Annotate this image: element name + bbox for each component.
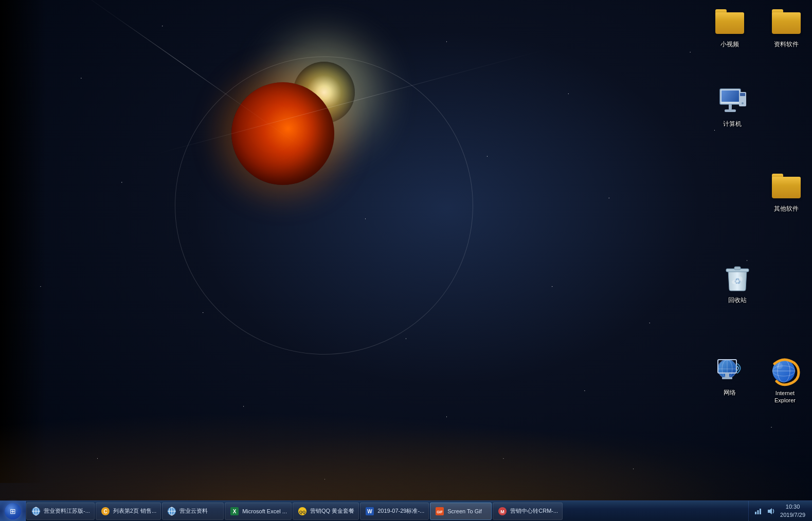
othersoftware-label: 其他软件 <box>772 204 800 214</box>
taskbar: ⊞ 营业资料江苏版-... <box>0 500 812 521</box>
desktop-icon-ie[interactable]: Internet Explorer <box>763 353 807 405</box>
svg-rect-19 <box>722 377 732 379</box>
taskbar-item-qq-label: 营销QQ 黄金套餐 <box>310 507 354 515</box>
system-clock[interactable]: 10:30 2019/7/29 <box>778 503 808 519</box>
svg-point-24 <box>777 363 783 369</box>
network-icon <box>713 353 746 386</box>
desktop-icon-recycle[interactable]: ♻ 回收站 <box>717 261 758 305</box>
flare-line-2 <box>154 48 552 155</box>
windows-logo-icon: ⊞ <box>10 507 16 515</box>
svg-rect-4 <box>725 109 736 112</box>
svg-rect-6 <box>740 93 745 96</box>
xiaovideo-label: 小视频 <box>719 40 741 49</box>
taskbar-item-qq[interactable]: QQ 营销QQ 黄金套餐 <box>293 503 359 520</box>
taskbar-item-excel-icon: C <box>100 506 111 516</box>
svg-rect-47 <box>760 509 761 514</box>
recycle-icon: ♻ <box>721 261 754 294</box>
taskbar-item-yingxiao-label: 营销中心转CRM-... <box>510 507 558 515</box>
recycle-label: 回收站 <box>727 296 748 305</box>
taskbar-item-yingxiao-icon: M <box>497 506 508 516</box>
svg-text:X: X <box>233 509 237 514</box>
desktop-icon-computer[interactable]: 计算机 <box>712 85 753 129</box>
othersoftware-icon <box>770 170 803 202</box>
desktop-icon-xiaovideo[interactable]: 小视频 <box>709 5 750 49</box>
taskbar-item-yiye[interactable]: 营业资料江苏版-... <box>26 503 95 520</box>
svg-point-12 <box>738 276 743 282</box>
svg-text:W: W <box>367 509 372 514</box>
taskbar-item-qq-icon: QQ <box>297 506 308 516</box>
taskbar-item-excel[interactable]: C 列表第2页 销售... <box>96 503 161 520</box>
svg-rect-2 <box>721 90 739 102</box>
clock-time: 10:30 <box>780 503 805 511</box>
taskbar-item-screentogif[interactable]: GIF Screen To Gif <box>430 503 492 520</box>
bottom-clouds <box>0 398 812 500</box>
ie-icon <box>767 353 803 387</box>
tray-volume-icon[interactable] <box>765 506 775 516</box>
svg-rect-3 <box>729 104 732 109</box>
ie-label: Internet Explorer <box>763 389 807 405</box>
taskbar-item-word[interactable]: W 2019-07-29标准-... <box>360 503 429 520</box>
taskbar-item-yiye-label: 营业资料江苏版-... <box>44 507 90 515</box>
svg-rect-18 <box>725 373 729 377</box>
start-orb: ⊞ <box>5 503 21 519</box>
taskbar-item-yunziliao-label: 营业云资料 <box>179 507 208 515</box>
taskbar-item-yunziliao-icon <box>167 506 177 516</box>
desktop-icon-network[interactable]: 网络 <box>709 353 750 398</box>
resources-icon <box>770 5 803 38</box>
taskbar-item-yiye-icon <box>31 506 41 516</box>
taskbar-items: 营业资料江苏版-... C 列表第2页 销售... <box>26 501 748 521</box>
xiaovideo-icon <box>713 5 746 38</box>
taskbar-item-msexcel-label: Microsoft Excel ... <box>242 508 287 514</box>
taskbar-item-screentogif-icon: GIF <box>435 506 445 516</box>
taskbar-item-yingxiao[interactable]: M 营销中心转CRM-... <box>493 503 563 520</box>
computer-label: 计算机 <box>721 120 743 129</box>
taskbar-item-word-icon: W <box>365 506 375 516</box>
taskbar-item-excel-label: 列表第2页 销售... <box>113 507 156 515</box>
taskbar-item-msexcel-icon: X <box>229 506 240 516</box>
svg-text:C: C <box>103 509 107 514</box>
taskbar-item-msexcel[interactable]: X Microsoft Excel ... <box>225 503 292 520</box>
resources-label: 资料软件 <box>772 40 800 49</box>
desktop-icon-othersoftware[interactable]: 其他软件 <box>766 170 807 214</box>
svg-text:QQ: QQ <box>299 510 305 514</box>
network-label: 网络 <box>722 388 737 398</box>
svg-text:M: M <box>501 509 505 514</box>
svg-point-7 <box>742 102 744 104</box>
system-tray: 10:30 2019/7/29 <box>748 501 812 521</box>
svg-text:GIF: GIF <box>437 510 443 514</box>
clock-date: 2019/7/29 <box>780 511 805 519</box>
desktop: 小视频 资料软件 <box>0 0 812 521</box>
desktop-icon-resources[interactable]: 资料软件 <box>766 5 807 49</box>
svg-point-11 <box>732 280 737 284</box>
taskbar-item-yunziliao[interactable]: 营业云资料 <box>162 503 224 520</box>
flare-line-1 <box>53 0 306 151</box>
computer-icon <box>716 85 749 118</box>
taskbar-item-screentogif-label: Screen To Gif <box>447 508 481 514</box>
taskbar-item-word-label: 2019-07-29标准-... <box>377 507 424 515</box>
svg-rect-46 <box>757 510 759 514</box>
svg-rect-45 <box>755 512 756 514</box>
svg-rect-9 <box>734 267 741 270</box>
tray-network-icon[interactable] <box>753 506 763 516</box>
start-button[interactable]: ⊞ <box>0 501 26 522</box>
